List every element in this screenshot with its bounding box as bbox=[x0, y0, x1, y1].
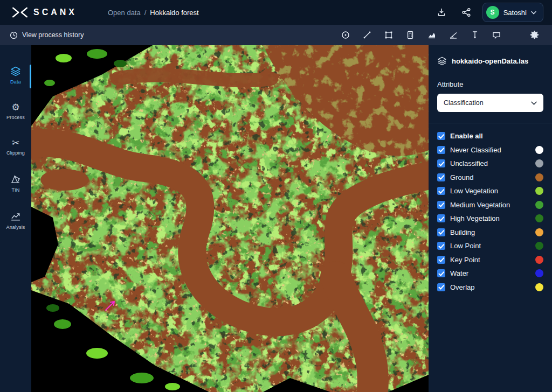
view-process-history-button[interactable]: View process history bbox=[10, 31, 84, 39]
main-content: Data ⚙ Process ✂ Clipping TIN Analysis bbox=[0, 45, 552, 392]
class-label: Medium Vegetation bbox=[450, 201, 530, 209]
volume-calculator-icon bbox=[405, 30, 415, 40]
class-checkbox[interactable] bbox=[437, 283, 445, 291]
class-checkbox[interactable] bbox=[437, 214, 445, 222]
sidebar-item-label: Clipping bbox=[6, 150, 25, 156]
topbar-actions: S Satoshi bbox=[433, 3, 543, 22]
point-measure-tool[interactable] bbox=[337, 27, 354, 43]
canopy-island bbox=[56, 54, 72, 62]
scissors-icon: ✂ bbox=[12, 138, 19, 148]
enable-all-row: Enable all bbox=[437, 132, 543, 140]
triangle-mesh-icon bbox=[10, 174, 21, 185]
slope-angle-icon bbox=[448, 30, 458, 40]
chevron-down-icon bbox=[531, 101, 537, 105]
point-measure-icon bbox=[341, 30, 350, 40]
class-checkbox[interactable] bbox=[437, 242, 445, 250]
class-color-swatch bbox=[535, 146, 543, 154]
measurement-tools bbox=[337, 27, 542, 43]
class-row: Medium Vegetation bbox=[437, 201, 543, 209]
class-color-swatch bbox=[535, 242, 543, 250]
sidebar-item-analysis[interactable]: Analysis bbox=[0, 209, 31, 232]
class-label: Unclassified bbox=[450, 159, 530, 167]
share-button[interactable] bbox=[458, 4, 475, 21]
gears-icon: ⚙ bbox=[11, 103, 19, 112]
class-label: Key Point bbox=[450, 256, 530, 264]
class-row: Low Vegetation bbox=[437, 187, 543, 195]
canopy-island bbox=[87, 49, 107, 59]
class-color-swatch bbox=[535, 201, 543, 209]
annotation-comment-icon bbox=[492, 30, 501, 40]
slope-measure-tool[interactable] bbox=[445, 27, 461, 43]
user-menu[interactable]: S Satoshi bbox=[482, 3, 543, 22]
point-cloud-render bbox=[31, 45, 429, 392]
class-label: Low Point bbox=[450, 242, 530, 250]
sidebar-item-label: Process bbox=[6, 115, 25, 120]
class-checkbox[interactable] bbox=[437, 256, 445, 264]
point-cloud-viewport[interactable] bbox=[31, 45, 429, 392]
profile-chart-icon bbox=[427, 30, 437, 40]
class-label: High Vegetation bbox=[450, 214, 530, 222]
canopy-island bbox=[165, 383, 180, 390]
class-checkbox[interactable] bbox=[437, 201, 445, 209]
canopy-island bbox=[46, 304, 59, 312]
sidebar-item-data[interactable]: Data bbox=[0, 64, 31, 87]
attribute-selected-value: Classification bbox=[444, 99, 484, 107]
class-color-swatch bbox=[535, 228, 543, 236]
sidebar-item-label: TIN bbox=[11, 187, 19, 193]
attribute-label: Attribute bbox=[437, 80, 543, 88]
river-upper-branch bbox=[118, 75, 271, 80]
class-checkbox[interactable] bbox=[437, 173, 445, 181]
process-toolbar: View process history bbox=[0, 25, 552, 45]
sidebar-item-tin[interactable]: TIN bbox=[0, 172, 31, 195]
scanx-logo-icon bbox=[12, 6, 28, 18]
sidebar-item-process[interactable]: ⚙ Process bbox=[0, 101, 31, 122]
class-checkbox[interactable] bbox=[437, 269, 445, 277]
class-label: Water bbox=[450, 269, 530, 277]
clock-icon bbox=[10, 31, 18, 39]
class-row: Water bbox=[437, 269, 543, 277]
app-logo[interactable]: SCANX bbox=[12, 6, 108, 18]
class-color-swatch bbox=[535, 283, 543, 291]
class-label: Ground bbox=[450, 173, 530, 181]
class-color-swatch bbox=[535, 187, 543, 195]
settings-button[interactable] bbox=[526, 27, 542, 43]
class-row: Low Point bbox=[437, 242, 543, 250]
enable-all-checkbox[interactable] bbox=[437, 132, 445, 140]
enable-all-label: Enable all bbox=[450, 132, 543, 140]
download-button[interactable] bbox=[433, 4, 450, 21]
chevron-down-icon bbox=[531, 11, 536, 15]
volume-calculator-tool[interactable] bbox=[402, 27, 418, 43]
class-checkbox[interactable] bbox=[437, 187, 445, 195]
attribute-dropdown[interactable]: Classification bbox=[437, 94, 543, 112]
top-bar: SCANX Open data / Hokkaido forest S Sato… bbox=[0, 0, 552, 25]
class-row: Ground bbox=[437, 173, 543, 181]
brand-name: SCANX bbox=[33, 8, 77, 17]
breadcrumb-section[interactable]: Open data bbox=[108, 9, 141, 17]
canopy-island bbox=[114, 60, 127, 67]
class-color-swatch bbox=[535, 173, 543, 181]
class-checkbox[interactable] bbox=[437, 146, 445, 154]
class-label: Overlap bbox=[450, 283, 530, 291]
bare-ground-patch bbox=[40, 169, 89, 191]
layers-icon bbox=[10, 66, 21, 76]
class-checkbox[interactable] bbox=[437, 159, 445, 167]
history-label: View process history bbox=[22, 31, 84, 39]
profile-chart-tool[interactable] bbox=[424, 27, 440, 43]
class-label: Low Vegetation bbox=[450, 187, 530, 195]
class-color-swatch bbox=[535, 256, 543, 264]
download-icon bbox=[437, 8, 446, 17]
annotation-tool[interactable] bbox=[488, 27, 505, 43]
canopy-island bbox=[44, 80, 55, 86]
class-row: Building bbox=[437, 228, 543, 236]
area-rectangle-icon bbox=[384, 30, 394, 40]
sidebar-item-clipping[interactable]: ✂ Clipping bbox=[0, 136, 31, 158]
share-icon bbox=[461, 8, 471, 17]
line-measure-tool[interactable] bbox=[359, 27, 375, 43]
height-measure-tool[interactable] bbox=[467, 27, 483, 43]
area-measure-tool[interactable] bbox=[381, 27, 397, 43]
breadcrumb-current-page: Hokkaido forest bbox=[150, 9, 198, 17]
class-checkbox[interactable] bbox=[437, 228, 445, 236]
sidebar-item-label: Data bbox=[10, 79, 21, 85]
panel-divider bbox=[429, 123, 552, 123]
gear-icon bbox=[529, 30, 540, 40]
